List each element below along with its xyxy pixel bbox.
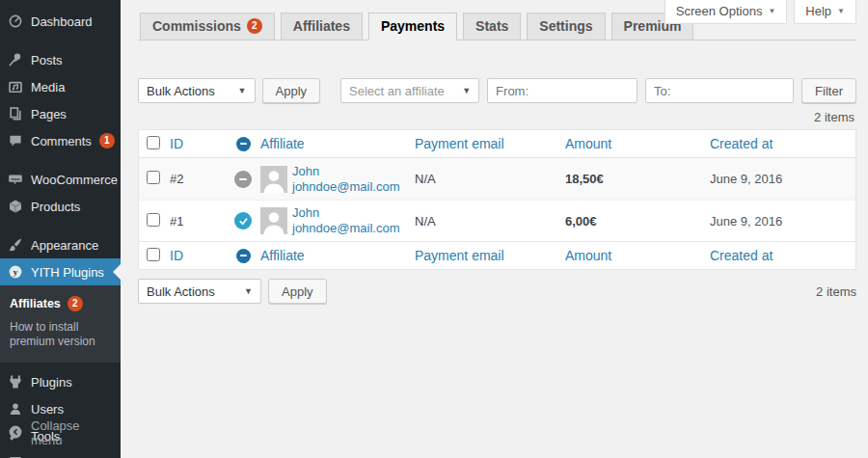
main-content: Screen Options ▼ Help ▼ Commissions 2 Af… [121,0,868,458]
sidebar-item-label: Appearance [31,238,98,253]
payment-id: #1 [170,214,226,229]
payment-email-value: N/A [415,172,565,186]
affiliates-count-badge: 2 [68,296,83,311]
payment-email-value: N/A [415,214,565,229]
plugin-icon [8,374,23,390]
table-footer-row: ID Affiliate Payment email Amount Create… [139,241,855,269]
collapse-menu-label: Collapse menu [31,418,113,447]
column-footer-id[interactable]: ID [170,248,183,263]
affiliate-name-link[interactable]: John [292,164,399,179]
apply-button-bottom[interactable]: Apply [268,279,327,304]
comments-count-badge: 1 [99,133,115,148]
table-row: #2 John johndoe@mail.com N/A 18,50€ June… [139,158,855,200]
column-header-affiliate[interactable]: Affiliate [260,136,305,151]
column-header-amount[interactable]: Amount [565,136,611,151]
bulk-actions-select-bottom[interactable]: Bulk Actions ▼ [138,279,261,304]
tab-label: Stats [475,18,508,34]
sidebar-item-label: WooCommerce [31,173,118,187]
collapse-arrow-icon [8,424,23,443]
amount-value: 18,50€ [565,172,710,186]
sidebar-item-plugins[interactable]: Plugins [0,368,121,395]
affiliate-email-link[interactable]: johndoe@mail.com [292,221,399,236]
select-all-checkbox-cell [139,136,170,152]
column-footer-payment-email[interactable]: Payment email [415,248,504,263]
affiliate-filter-select[interactable]: Select an affiliate ▼ [340,78,479,103]
sidebar-item-posts[interactable]: Posts [0,46,121,73]
box-icon [8,199,23,214]
column-header-id[interactable]: ID [170,136,183,151]
screen-options-label: Screen Options [676,4,763,18]
column-footer-affiliate[interactable]: Affiliate [260,248,305,263]
date-from-input[interactable] [487,78,637,103]
submenu-item-how-to-install[interactable]: How to install premium version [0,316,121,353]
avatar [260,207,287,234]
affiliate-select-placeholder: Select an affiliate [349,84,445,98]
tab-affiliates[interactable]: Affiliates [281,13,363,40]
items-count-top: 2 items [138,110,854,124]
created-at-value: June 9, 2016 [710,172,855,186]
tab-commissions[interactable]: Commissions 2 [140,13,275,40]
sidebar-item-media[interactable]: Media [0,73,121,100]
pushpin-icon [8,52,23,67]
affiliate-name-link[interactable]: John [292,205,399,221]
sidebar-item-dashboard[interactable]: Dashboard [0,8,121,35]
sidebar-item-label: Media [31,80,65,94]
help-button[interactable]: Help ▼ [794,0,856,24]
yith-icon: y [8,264,23,280]
tab-label: Settings [539,18,592,34]
yith-submenu: Affiliates 2 How to install premium vers… [0,285,121,363]
sidebar-item-label: Dashboard [31,14,93,29]
submenu-item-label: Affiliates [10,297,61,310]
sidebar-item-label: Comments [31,134,92,148]
commissions-count-badge: 2 [247,18,262,34]
screen-options-button[interactable]: Screen Options ▼ [665,0,788,24]
tab-payments[interactable]: Payments [368,13,457,40]
bulk-actions-select[interactable]: Bulk Actions ▼ [138,78,256,103]
brush-icon [8,237,23,253]
sidebar-item-label: Plugins [31,375,72,390]
submenu-item-affiliates[interactable]: Affiliates 2 [0,291,121,316]
sidebar-item-label: YITH Plugins [31,265,104,280]
sidebar-item-yith-plugins[interactable]: y YITH Plugins [0,258,121,285]
table-row: #1 John johndoe@mail.com N/A 6,00€ June … [139,200,855,241]
status-column-icon[interactable] [236,137,251,151]
status-completed-icon [234,212,252,229]
chevron-down-icon: ▼ [768,7,775,15]
sidebar-item-comments[interactable]: Comments 1 [0,127,121,154]
select-all-checkbox[interactable] [147,248,160,261]
sidebar-item-appearance[interactable]: Appearance [0,231,121,258]
affiliate-email-link[interactable]: johndoe@mail.com [292,179,399,195]
column-footer-amount[interactable]: Amount [565,248,611,263]
column-header-created-at[interactable]: Created at [710,136,773,151]
apply-button[interactable]: Apply [262,78,321,103]
status-column-icon[interactable] [236,249,251,263]
chevron-down-icon: ▼ [238,86,247,95]
sidebar-item-woocommerce[interactable]: woo WooCommerce [0,166,121,193]
sidebar-item-label: Products [31,200,80,214]
items-count-bottom: 2 items [816,284,856,299]
sidebar-item-products[interactable]: Products [0,193,121,220]
tab-settings[interactable]: Settings [527,13,605,40]
pages-icon [8,106,23,121]
sidebar-item-label: Posts [31,53,63,67]
tab-label: Payments [381,18,445,34]
sidebar-item-label: Pages [31,107,67,121]
column-header-payment-email[interactable]: Payment email [415,136,504,151]
sidebar-item-pages[interactable]: Pages [0,100,121,127]
select-all-checkbox[interactable] [147,136,160,149]
tab-label: Affiliates [293,18,350,34]
tab-stats[interactable]: Stats [463,13,521,40]
row-checkbox[interactable] [147,213,160,227]
date-to-input[interactable] [645,78,794,103]
chevron-down-icon: ▼ [837,7,845,15]
media-icon [8,79,23,94]
collapse-menu-button[interactable]: Collapse menu [0,412,121,454]
woocommerce-icon: woo [8,172,23,187]
payments-table: ID Affiliate Payment email Amount Create… [138,129,856,270]
filter-button[interactable]: Filter [801,78,856,103]
column-footer-created-at[interactable]: Created at [710,248,773,263]
table-header-row: ID Affiliate Payment email Amount Create… [139,130,855,158]
row-checkbox[interactable] [147,171,160,184]
svg-text:woo: woo [11,176,20,181]
payment-id: #2 [170,172,226,186]
